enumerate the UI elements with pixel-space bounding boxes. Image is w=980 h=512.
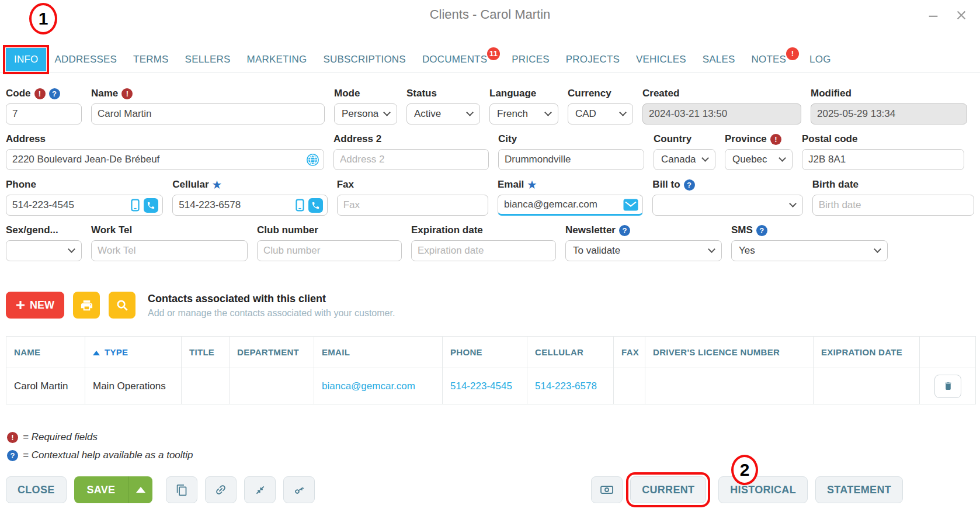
cellular-input[interactable]	[173, 199, 291, 211]
club-number-input[interactable]	[257, 240, 402, 261]
new-contact-button[interactable]: NEW	[6, 292, 64, 319]
save-options-button[interactable]	[128, 476, 152, 503]
globe-icon[interactable]	[306, 153, 319, 167]
mobile-icon[interactable]	[295, 199, 305, 212]
cell-fax	[614, 368, 645, 404]
cell-cellular-link[interactable]: 514-223-6578	[527, 368, 614, 404]
save-button[interactable]: SAVE	[74, 476, 128, 503]
search-contacts-button[interactable]	[109, 292, 135, 319]
close-button[interactable]: CLOSE	[6, 476, 67, 503]
expiration-date-input[interactable]	[411, 240, 556, 261]
newsletter-select[interactable]: To validate	[565, 240, 722, 261]
col-phone[interactable]: PHONE	[443, 337, 527, 368]
field-sex-gender: Sex/gend...	[6, 224, 82, 261]
language-select[interactable]: French	[489, 103, 558, 124]
tab-sales[interactable]: SALES	[694, 48, 743, 71]
col-drivers-licence[interactable]: DRIVER'S LICENCE NUMBER	[645, 337, 814, 368]
tab-notes[interactable]: NOTES !	[743, 48, 795, 71]
col-title[interactable]: TITLE	[182, 337, 230, 368]
sex-gender-label: Sex/gend...	[6, 224, 58, 236]
tab-prices[interactable]: PRICES	[503, 48, 558, 71]
cell-phone-link[interactable]: 514-223-4545	[443, 368, 527, 404]
field-status: Status Active	[406, 88, 480, 124]
modified-value: 2025-05-29 13:34	[811, 103, 967, 124]
col-fax[interactable]: FAX	[614, 337, 645, 368]
chevron-down-icon	[68, 245, 75, 253]
tab-info[interactable]: INFO	[6, 48, 46, 71]
field-club-number: Club number	[257, 224, 402, 261]
birth-date-input[interactable]	[812, 195, 974, 216]
form-row-2: Address Address 2	[6, 133, 974, 170]
form-row-4: Sex/gend... Work Tel Club number Expirat…	[6, 224, 974, 261]
duplicate-button[interactable]	[166, 476, 197, 503]
print-contacts-button[interactable]	[73, 292, 100, 319]
historical-button[interactable]: HISTORICAL	[718, 476, 808, 503]
permissions-button[interactable]	[283, 476, 315, 503]
statement-button[interactable]: STATEMENT	[815, 476, 903, 503]
tab-terms[interactable]: TERMS	[125, 48, 177, 71]
address2-input[interactable]	[333, 149, 489, 170]
currency-label: Currency	[568, 88, 611, 99]
field-mode: Mode Persona	[334, 88, 397, 124]
mode-select[interactable]: Persona	[334, 103, 397, 124]
collapse-button[interactable]	[244, 476, 276, 503]
col-expiration-date[interactable]: EXIPRATION DATE	[814, 337, 920, 368]
cellular-label: Cellular	[172, 179, 208, 191]
phone-input[interactable]	[6, 199, 127, 211]
tab-documents[interactable]: DOCUMENTS 11	[414, 48, 495, 71]
call-icon[interactable]	[308, 198, 323, 213]
field-address2: Address 2	[333, 133, 489, 170]
code-input[interactable]	[6, 103, 82, 124]
col-cellular[interactable]: CELLULAR	[527, 337, 614, 368]
chevron-down-icon	[701, 154, 709, 162]
envelope-icon[interactable]	[623, 199, 638, 211]
fax-input[interactable]	[337, 195, 488, 216]
help-icon: ?	[7, 450, 18, 461]
col-type[interactable]: TYPE	[85, 337, 182, 368]
country-label: Country	[654, 133, 691, 145]
tab-subscriptions[interactable]: SUBSCRIPTIONS	[315, 48, 413, 71]
call-icon[interactable]	[144, 198, 158, 213]
cell-email-link[interactable]: bianca@gemcar.com	[314, 368, 443, 404]
col-name[interactable]: NAME	[6, 337, 85, 368]
address-input[interactable]	[6, 154, 303, 165]
work-tel-input[interactable]	[91, 240, 248, 261]
caret-up-icon	[136, 487, 145, 493]
country-select[interactable]: Canada	[654, 149, 715, 170]
tab-sellers[interactable]: SELLERS	[177, 48, 239, 71]
city-input[interactable]	[498, 149, 644, 170]
help-icon: ?	[619, 225, 630, 236]
name-input[interactable]	[91, 103, 325, 124]
field-fax: Fax	[337, 179, 488, 216]
field-country: Country Canada	[654, 133, 715, 170]
tab-projects[interactable]: PROJECTS	[558, 48, 628, 71]
form-row-3: Phone Cellular ★	[6, 179, 974, 216]
delete-contact-button[interactable]	[934, 375, 961, 398]
email-input[interactable]	[498, 199, 620, 210]
status-select[interactable]: Active	[406, 103, 480, 124]
col-email[interactable]: EMAIL	[314, 337, 443, 368]
currency-select[interactable]: CAD	[568, 103, 633, 124]
address2-label: Address 2	[333, 133, 381, 145]
province-select[interactable]: Quebec	[725, 149, 793, 170]
expiration-date-label: Expiration date	[411, 224, 483, 236]
current-button[interactable]: CURRENT	[630, 476, 706, 503]
close-icon[interactable]	[954, 8, 968, 22]
tab-vehicles[interactable]: VEHICLES	[628, 48, 694, 71]
col-department[interactable]: DEPARTMENT	[230, 337, 314, 368]
mobile-icon[interactable]	[130, 199, 140, 212]
postal-code-input[interactable]	[802, 149, 964, 170]
bill-to-select[interactable]	[652, 195, 802, 216]
tab-addresses[interactable]: ADDRESSES	[46, 48, 125, 71]
window-controls	[926, 8, 968, 22]
star-icon: ★	[213, 180, 221, 190]
footer-left: CLOSE SAVE	[6, 476, 315, 503]
table-row: Carol Martin Main Operations bianca@gemc…	[6, 368, 976, 404]
payments-button[interactable]	[591, 476, 623, 503]
sms-select[interactable]: Yes	[731, 240, 888, 261]
link-button[interactable]	[205, 476, 237, 503]
tab-marketing[interactable]: MARKETING	[239, 48, 315, 71]
sex-gender-select[interactable]	[6, 240, 82, 261]
tab-log[interactable]: LOG	[801, 48, 839, 71]
minimize-icon[interactable]	[926, 8, 940, 22]
